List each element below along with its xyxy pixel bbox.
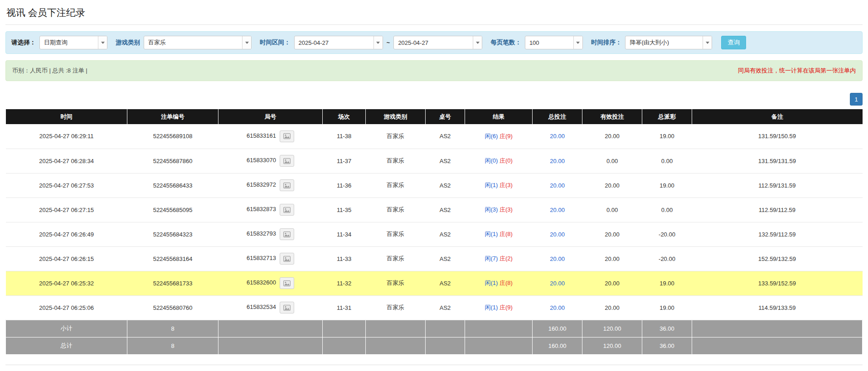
total-empty — [365, 337, 425, 354]
image-icon — [283, 133, 291, 139]
header-total-bet: 总投注 — [533, 109, 582, 124]
cell-time: 2025-04-27 06:27:15 — [6, 198, 127, 222]
query-type-label: 请选择： — [11, 39, 36, 47]
filter-game-type: 游戏类别 百家乐 — [116, 36, 252, 49]
result-banker: 庄(8) — [499, 279, 513, 286]
page-title: 视讯 会员下注纪录 — [5, 5, 863, 25]
total-bet-link[interactable]: 20.00 — [550, 182, 565, 189]
image-icon — [283, 207, 291, 213]
cell-total-bet: 20.00 — [533, 222, 582, 246]
date-to-picker[interactable]: 2025-04-27 — [393, 36, 482, 49]
round-image-button[interactable] — [280, 130, 294, 142]
chevron-down-icon[interactable] — [473, 36, 482, 49]
round-image-button[interactable] — [280, 302, 294, 313]
cell-payout: 19.00 — [642, 271, 692, 295]
round-id-value: 615832972 — [247, 181, 276, 188]
round-id-value: 615832793 — [247, 230, 276, 237]
time-range-label: 时间区间： — [260, 39, 291, 47]
page-size-select[interactable]: 100 — [525, 36, 583, 49]
subtotal-empty — [692, 320, 862, 337]
query-type-select[interactable]: 日期查询 — [39, 36, 107, 49]
result-player: 闲(1) — [485, 231, 498, 237]
header-valid-bet: 有效投注 — [582, 109, 642, 124]
subtotal-row: 小计 8 160.00 120.00 36.00 — [6, 320, 863, 337]
sort-order-value: 降幂(由大到小) — [626, 39, 703, 47]
search-button[interactable]: 查询 — [721, 36, 746, 49]
cell-bet-id: 522455687860 — [127, 149, 218, 173]
cell-result: 闲(1) 庄(3) — [465, 173, 533, 198]
chevron-down-icon[interactable] — [703, 36, 712, 49]
cell-note: 131.59/131.59 — [692, 149, 862, 173]
page-1-button[interactable]: 1 — [850, 93, 863, 106]
cell-note: 114.59/133.59 — [692, 295, 862, 320]
header-result: 结果 — [465, 109, 533, 124]
cell-session: 11-34 — [323, 222, 365, 246]
header-round-id: 局号 — [218, 109, 323, 124]
cell-game-type: 百家乐 — [365, 173, 425, 198]
total-count: 8 — [127, 337, 218, 354]
game-type-label: 游戏类别 — [116, 39, 140, 47]
total-bet-link[interactable]: 20.00 — [550, 255, 565, 262]
chevron-down-icon[interactable] — [573, 36, 582, 49]
image-icon — [283, 305, 291, 311]
cell-table-no: AS2 — [426, 198, 465, 222]
chevron-down-icon[interactable] — [242, 36, 251, 49]
image-icon — [283, 183, 291, 188]
round-image-button[interactable] — [280, 204, 294, 216]
round-image-button[interactable] — [280, 155, 294, 167]
round-image-button[interactable] — [280, 253, 294, 265]
sort-order-label: 时间排序： — [591, 39, 622, 47]
cell-total-bet: 20.00 — [533, 149, 582, 173]
subtotal-empty — [465, 320, 533, 337]
cell-table-no: AS2 — [426, 271, 465, 295]
chevron-down-icon[interactable] — [373, 36, 383, 49]
cell-note: 112.59/131.59 — [692, 173, 862, 198]
cell-total-bet: 20.00 — [533, 173, 582, 198]
result-player: 闲(7) — [485, 255, 498, 262]
image-icon — [283, 256, 291, 262]
total-empty — [426, 337, 465, 354]
game-type-select[interactable]: 百家乐 — [144, 36, 252, 49]
cell-game-type: 百家乐 — [365, 295, 425, 320]
total-bet-link[interactable]: 20.00 — [550, 280, 565, 287]
cell-bet-id: 522455685095 — [127, 198, 218, 222]
subtotal-empty — [365, 320, 425, 337]
cell-game-type: 百家乐 — [365, 198, 425, 222]
cell-payout: 0.00 — [642, 198, 692, 222]
cell-round-id: 615832600 — [218, 271, 323, 295]
total-bet-link[interactable]: 20.00 — [550, 207, 565, 213]
result-player: 闲(6) — [485, 133, 498, 140]
table-row: 2025-04-27 06:26:49522455684323615832793… — [6, 222, 863, 246]
round-id-value: 615832713 — [247, 255, 276, 261]
summary-bar: 币别：人民币 | 总共 :8 注单 | 同局有效投注，统一计算在该局第一张注单内 — [5, 60, 863, 81]
round-image-button[interactable] — [280, 228, 294, 240]
total-payout: 36.00 — [642, 337, 692, 354]
total-bet-link[interactable]: 20.00 — [550, 304, 565, 311]
header-time: 时间 — [6, 109, 127, 124]
cell-table-no: AS2 — [426, 295, 465, 320]
cell-result: 闲(7) 庄(2) — [465, 246, 533, 271]
betting-records-table: 时间 注单编号 局号 场次 游戏类别 桌号 结果 总投注 有效投注 总派彩 备注… — [5, 109, 863, 355]
total-bet-link[interactable]: 20.00 — [550, 231, 565, 238]
sort-order-select[interactable]: 降幂(由大到小) — [625, 36, 712, 49]
cell-round-id: 615832873 — [218, 198, 323, 222]
result-banker: 庄(3) — [499, 182, 513, 188]
cell-session: 11-31 — [323, 295, 365, 320]
total-bet-link[interactable]: 20.00 — [550, 133, 565, 140]
total-bet-link[interactable]: 20.00 — [550, 158, 565, 164]
cell-result: 闲(6) 庄(9) — [465, 124, 533, 149]
chevron-down-icon[interactable] — [98, 36, 107, 49]
round-image-button[interactable] — [280, 179, 294, 191]
round-id-value: 615832873 — [247, 206, 276, 212]
summary-text: 币别：人民币 | 总共 :8 注单 | — [12, 67, 87, 75]
cell-session: 11-37 — [323, 149, 365, 173]
subtotal-valid-bet: 120.00 — [582, 320, 642, 337]
page-size-value: 100 — [525, 39, 573, 46]
cell-valid-bet: 20.00 — [582, 295, 642, 320]
header-note: 备注 — [692, 109, 862, 124]
cell-result: 闲(0) 庄(0) — [465, 149, 533, 173]
round-image-button[interactable] — [280, 277, 294, 289]
result-banker: 庄(9) — [499, 304, 513, 311]
cell-session: 11-33 — [323, 246, 365, 271]
date-from-picker[interactable]: 2025-04-27 — [294, 36, 383, 49]
